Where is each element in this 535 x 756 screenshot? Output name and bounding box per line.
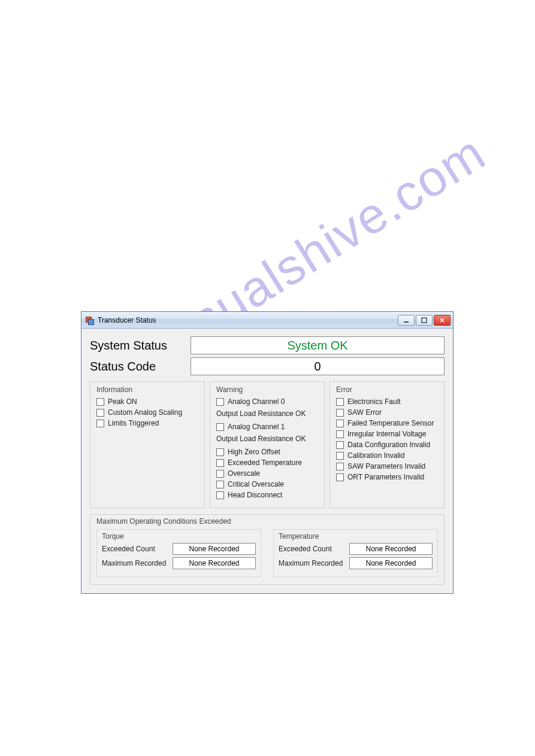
output-load-resistance-1: Output Load Resistance OK	[216, 435, 318, 443]
checkbox-icon	[96, 420, 104, 427]
temperature-title: Temperature	[279, 532, 433, 541]
system-status-label: System Status	[90, 339, 191, 353]
svg-rect-0	[404, 321, 409, 323]
checkbox-overscale[interactable]: Overscale	[216, 469, 318, 478]
checkbox-label: Calibration Invalid	[347, 451, 404, 460]
checkbox-head-disconnect[interactable]: Head Disconnect	[216, 491, 318, 499]
checkbox-label: High Zero Offset	[228, 448, 280, 456]
checkbox-icon	[336, 430, 344, 438]
checkbox-label: Head Disconnect	[228, 491, 282, 499]
checkbox-label: SAW Error	[347, 408, 382, 417]
torque-exceeded-label: Exceeded Count	[102, 545, 173, 553]
checkbox-icon	[216, 491, 224, 499]
temperature-maxrec-label: Maximum Recorded	[279, 559, 349, 567]
torque-title: Torque	[102, 532, 256, 541]
maximize-button[interactable]	[416, 315, 433, 326]
checkbox-icon	[96, 409, 104, 417]
window-client-area: System Status System OK Status Code 0 In…	[81, 329, 453, 593]
information-title: Information	[96, 385, 198, 394]
temperature-exceeded-label: Exceeded Count	[279, 545, 349, 553]
temperature-subgroup: Temperature Exceeded Count None Recorded…	[273, 529, 438, 577]
checkbox-icon	[216, 459, 224, 467]
checkbox-ort-parameters-invalid[interactable]: ORT Parameters Invalid	[336, 473, 438, 481]
checkbox-exceeded-temperature[interactable]: Exceeded Temperature	[216, 459, 318, 467]
checkbox-icon	[336, 398, 344, 406]
checkbox-icon	[336, 420, 344, 427]
checkbox-icon	[96, 398, 104, 406]
checkbox-saw-parameters-invalid[interactable]: SAW Parameters Invalid	[336, 462, 438, 470]
torque-maxrec-label: Maximum Recorded	[102, 559, 173, 567]
checkbox-label: Exceeded Temperature	[228, 459, 302, 467]
torque-exceeded-row: Exceeded Count None Recorded	[102, 543, 256, 555]
checkbox-icon	[336, 473, 344, 481]
checkbox-label: Critical Overscale	[228, 480, 284, 488]
torque-maxrec-value: None Recorded	[173, 557, 256, 569]
max-conditions-title: Maximum Operating Conditions Exceeded	[96, 517, 438, 526]
system-status-field: System OK	[191, 336, 445, 354]
window-title: Transducer Status	[98, 316, 398, 324]
checkbox-saw-error[interactable]: SAW Error	[336, 408, 438, 417]
checkbox-label: Peak ON	[108, 397, 137, 406]
checkbox-failed-temperature-sensor[interactable]: Failed Temperature Sensor	[336, 419, 438, 427]
checkbox-icon	[336, 452, 344, 460]
error-group: Error Electronics Fault SAW Error Failed…	[330, 381, 445, 508]
checkbox-label: Data Configuration Invalid	[347, 441, 430, 449]
system-status-row: System Status System OK	[90, 336, 445, 354]
checkbox-label: Failed Temperature Sensor	[347, 419, 434, 427]
torque-subgroup: Torque Exceeded Count None Recorded Maxi…	[96, 529, 261, 577]
checkbox-icon	[216, 448, 224, 456]
checkbox-icon	[216, 481, 224, 488]
checkbox-label: Custom Analog Scaling	[108, 408, 182, 417]
temperature-maxrec-row: Maximum Recorded None Recorded	[279, 557, 433, 569]
status-groups: Information Peak ON Custom Analog Scalin…	[90, 381, 445, 508]
checkbox-calibration-invalid[interactable]: Calibration Invalid	[336, 451, 438, 460]
warning-title: Warning	[216, 385, 318, 394]
checkbox-custom-analog-scaling[interactable]: Custom Analog Scaling	[96, 408, 198, 417]
checkbox-irregular-internal-voltage[interactable]: Irregular Internal Voltage	[336, 430, 438, 438]
checkbox-icon	[216, 398, 224, 406]
error-title: Error	[336, 385, 438, 394]
checkbox-label: Limits Triggered	[108, 419, 159, 427]
temperature-maxrec-value: None Recorded	[349, 557, 433, 569]
transducer-status-window: Transducer Status System Status System O…	[81, 311, 454, 594]
checkbox-icon	[336, 409, 344, 417]
information-group: Information Peak ON Custom Analog Scalin…	[90, 381, 205, 508]
checkbox-limits-triggered[interactable]: Limits Triggered	[96, 419, 198, 427]
torque-maxrec-row: Maximum Recorded None Recorded	[102, 557, 256, 569]
minimize-button[interactable]	[398, 315, 415, 326]
checkbox-label: Overscale	[228, 469, 260, 478]
checkbox-label: SAW Parameters Invalid	[347, 462, 425, 470]
temperature-exceeded-row: Exceeded Count None Recorded	[279, 543, 433, 555]
checkbox-high-zero-offset[interactable]: High Zero Offset	[216, 448, 318, 456]
checkbox-analog-channel-0[interactable]: Analog Channel 0	[216, 397, 318, 406]
checkbox-label: Electronics Fault	[347, 397, 401, 406]
torque-exceeded-value: None Recorded	[173, 543, 256, 555]
max-conditions-group: Maximum Operating Conditions Exceeded To…	[90, 514, 445, 585]
checkbox-label: Irregular Internal Voltage	[347, 430, 426, 438]
status-code-row: Status Code 0	[90, 357, 445, 375]
checkbox-label: Analog Channel 0	[228, 397, 285, 406]
checkbox-data-configuration-invalid[interactable]: Data Configuration Invalid	[336, 441, 438, 449]
checkbox-icon	[336, 441, 344, 449]
checkbox-icon	[216, 470, 224, 478]
checkbox-icon	[336, 463, 344, 470]
checkbox-critical-overscale[interactable]: Critical Overscale	[216, 480, 318, 488]
checkbox-label: Analog Channel 1	[228, 423, 285, 431]
status-code-field: 0	[191, 357, 445, 375]
svg-rect-1	[422, 318, 427, 323]
warning-group: Warning Analog Channel 0 Output Load Res…	[210, 381, 325, 508]
checkbox-electronics-fault[interactable]: Electronics Fault	[336, 397, 438, 406]
app-icon	[85, 315, 95, 325]
output-load-resistance-0: Output Load Resistance OK	[216, 409, 318, 418]
close-button[interactable]	[434, 315, 451, 326]
window-controls	[398, 315, 451, 326]
checkbox-label: ORT Parameters Invalid	[347, 473, 424, 481]
window-titlebar[interactable]: Transducer Status	[81, 312, 453, 329]
temperature-exceeded-value: None Recorded	[349, 543, 433, 555]
checkbox-peak-on[interactable]: Peak ON	[96, 397, 198, 406]
checkbox-icon	[216, 423, 224, 431]
status-code-label: Status Code	[90, 360, 191, 374]
checkbox-analog-channel-1[interactable]: Analog Channel 1	[216, 423, 318, 431]
